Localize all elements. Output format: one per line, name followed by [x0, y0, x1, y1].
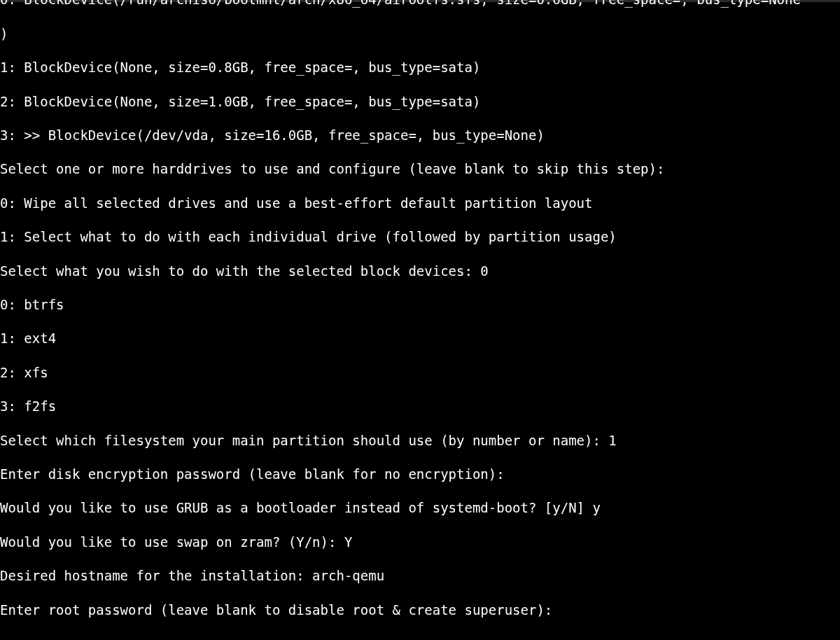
terminal-prompt-line: Enter root password (leave blank to disa… [0, 601, 840, 618]
terminal-line: 1: Select what to do with each individua… [0, 228, 840, 245]
terminal-line: Desired hostname for the installation: a… [0, 567, 840, 584]
terminal-line: 0: btrfs [0, 296, 840, 313]
terminal-line: Would you like to use GRUB as a bootload… [0, 499, 840, 516]
terminal-line: Enter disk encryption password (leave bl… [0, 466, 840, 482]
terminal-line: 0: Wipe all selected drives and use a be… [0, 195, 840, 211]
terminal-line: 3: >> BlockDevice(/dev/vda, size=16.0GB,… [0, 127, 840, 144]
terminal-line: 2: xfs [0, 364, 840, 381]
terminal-line: ) [0, 25, 840, 42]
terminal-line: Select which filesystem your main partit… [0, 432, 840, 449]
terminal-line: 0: BlockDevice(/run/archiso/bootmnt/arch… [0, 0, 840, 8]
terminal-cursor[interactable] [552, 603, 560, 617]
terminal-line: Select what you wish to do with the sele… [0, 263, 840, 279]
terminal-line: 2: BlockDevice(None, size=1.0GB, free_sp… [0, 93, 840, 110]
terminal-line: 1: BlockDevice(None, size=0.8GB, free_sp… [0, 59, 840, 76]
terminal-prompt-text: Enter root password (leave blank to disa… [0, 602, 552, 618]
terminal[interactable]: 0: BlockDevice(/run/archiso/bootmnt/arch… [0, 0, 840, 635]
terminal-line: 3: f2fs [0, 398, 840, 415]
terminal-line: Would you like to use swap on zram? (Y/n… [0, 534, 840, 550]
terminal-line: 1: ext4 [0, 330, 840, 347]
terminal-line: Select one or more harddrives to use and… [0, 160, 840, 177]
